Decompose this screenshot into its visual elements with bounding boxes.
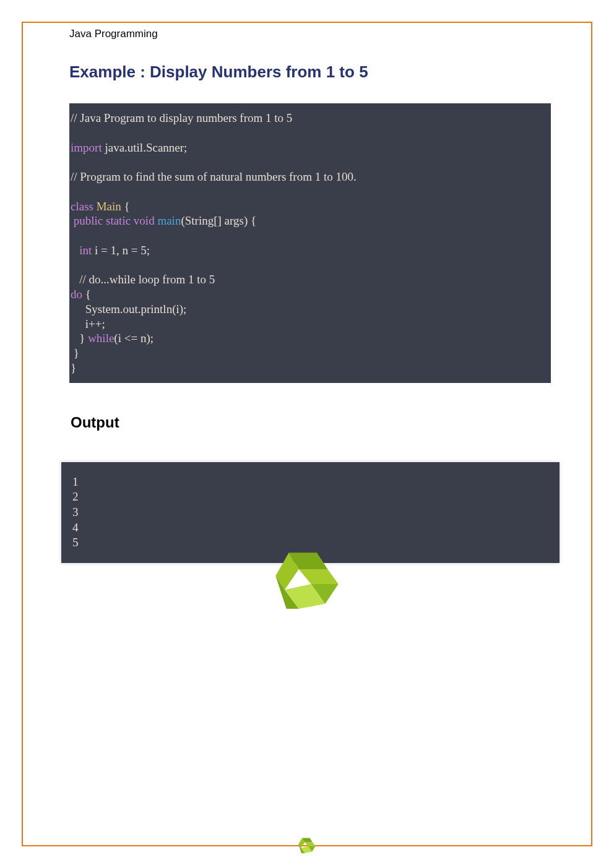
brand-logo-icon bbox=[264, 544, 350, 619]
page-frame bbox=[22, 22, 592, 846]
brand-logo-small-icon bbox=[296, 835, 318, 857]
svg-marker-2 bbox=[299, 569, 339, 584]
svg-marker-8 bbox=[305, 843, 315, 846]
